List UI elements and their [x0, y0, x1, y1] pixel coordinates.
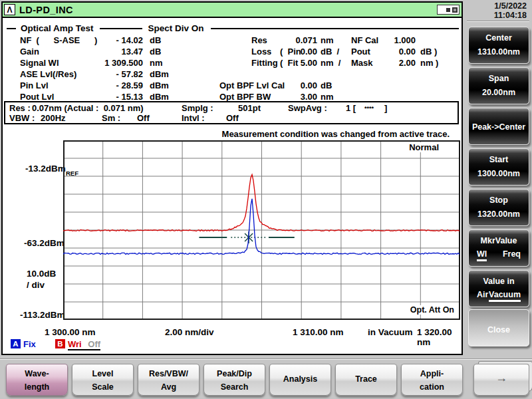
- param-label: Loss: [251, 47, 271, 57]
- softkey-label: Value in: [469, 277, 529, 286]
- param-label: Pin Lvl: [20, 80, 49, 90]
- sampling-label: Smplg :: [182, 103, 213, 113]
- header-rule-mid: [100, 28, 142, 29]
- param-unit: dB ): [420, 47, 437, 57]
- param-unit: nm: [150, 58, 163, 68]
- param-row: Signal Wl1 309.500nm: [20, 58, 219, 69]
- datetime-display: 1/5/2022 11:04:18: [467, 0, 532, 20]
- trace-a-state: Fix: [23, 339, 36, 349]
- softkey-peak-to-center[interactable]: Peak->Center: [468, 108, 529, 145]
- res-setting-label: Res :: [9, 103, 31, 113]
- app-logo-icon: Λ: [4, 4, 15, 15]
- softkey-label: Center: [469, 33, 529, 43]
- param-row: Res0.071nmNF Cal1.000: [219, 35, 460, 47]
- softkey-label: Peak->Center: [469, 122, 529, 132]
- option-vacuum[interactable]: Vacuum: [489, 290, 521, 302]
- warning-message: Measurement condition was changed from a…: [222, 129, 450, 139]
- param-label: Res: [251, 35, 267, 45]
- menu-key-peak-dip-search[interactable]: Peak/DipSearch: [203, 364, 265, 396]
- softkey-stop[interactable]: Stop1320.00nm: [468, 189, 529, 226]
- swpavg-bracket: ]: [384, 103, 387, 113]
- sidebar-divider: [467, 21, 529, 21]
- softkey-label: Start: [469, 155, 529, 164]
- param-left: NF ( S-ASE )- 14.02dBGain13.47dBSignal W…: [20, 35, 219, 103]
- param-unit: dBm: [150, 92, 169, 102]
- param-right: Res0.071nmNF Cal1.000Loss( Pin0.00dB /Po…: [219, 35, 460, 103]
- spect-div-label: Spect Div On: [148, 23, 204, 33]
- param-label: NF Cal: [351, 35, 378, 45]
- softkey-label: Close: [469, 325, 529, 334]
- softkey-mkr-value[interactable]: MkrValueWlFreq: [468, 229, 529, 267]
- softkey-value: 1300.00nm: [469, 169, 529, 178]
- swpavg-label: SwpAvg :: [288, 103, 327, 113]
- param-row: Opt BPF Lvl Cal0.00dB: [219, 80, 460, 92]
- param-value: 1 309.500: [76, 58, 143, 68]
- ref-marker-label: REF: [66, 170, 78, 177]
- trace-a-key: A: [11, 339, 21, 348]
- window-controls[interactable]: [437, 5, 460, 15]
- menu-key-application[interactable]: Appli-cation: [401, 364, 463, 396]
- x-axis-scale: 2.00 nm/div: [165, 327, 214, 337]
- softkey-options: AirVacuum: [469, 290, 529, 302]
- softkey-value: 20.00nm: [469, 88, 529, 97]
- trace-b-badge: B Wri Off: [55, 339, 100, 350]
- trace-b-extra: Off: [88, 339, 100, 349]
- param-value: - 28.59: [76, 80, 143, 90]
- param-unit: nm: [321, 92, 334, 102]
- param-value: 0.071: [283, 35, 317, 45]
- sweep-settings-box: Res : 0.07nm (Actual : 0.071 nm) Smplg :…: [4, 101, 459, 124]
- menu-key-res-vbw-avg[interactable]: Res/VBW/Avg: [138, 364, 200, 396]
- menu-key-wavelength[interactable]: Wave-length: [6, 364, 68, 396]
- menu-key-label: Wave-: [7, 369, 67, 378]
- option-freq[interactable]: Freq: [503, 249, 521, 261]
- interval-label: Intvl :: [182, 113, 205, 123]
- param-label: Mask: [351, 58, 373, 68]
- param-row: Fitting( Fit5.00nm /Mask2.00nm ): [219, 58, 460, 69]
- param-value: - 57.82: [76, 69, 143, 79]
- menu-key-more[interactable]: →: [473, 364, 529, 396]
- window-minimize-icon[interactable]: [446, 8, 450, 12]
- param-unit: dB: [321, 80, 332, 90]
- window-title: LD-PD_INC: [19, 5, 73, 15]
- menu-key-label: Peak/Dip: [204, 369, 265, 378]
- softkey-close[interactable]: Close: [468, 309, 529, 346]
- softkey-value-in[interactable]: Value inAirVacuum: [468, 270, 529, 307]
- param-value: 5.00: [283, 58, 317, 68]
- param-unit: dBm: [150, 69, 169, 79]
- menu-key-label: Level: [72, 369, 133, 378]
- menu-key-label2: length: [7, 382, 67, 392]
- param-row: ASE Lvl(/Res)- 57.82dBm: [20, 69, 219, 80]
- param-label: Pout: [351, 47, 370, 57]
- analysis-parameters: Optical Amp Test Spect Div On NF ( S-ASE…: [3, 18, 462, 101]
- option-wl[interactable]: Wl: [477, 249, 487, 261]
- x-axis-stop: 1 320.00 nm: [417, 327, 462, 347]
- softkey-center[interactable]: Center1310.00nm: [468, 27, 529, 64]
- menu-key-label2: Search: [204, 382, 265, 392]
- param-value: 2.00: [383, 58, 416, 68]
- param-unit: dB: [150, 35, 161, 45]
- softkey-label: Stop: [469, 196, 529, 205]
- menu-key-trace[interactable]: Trace: [335, 364, 397, 396]
- window-restore-icon[interactable]: [452, 7, 458, 13]
- menu-key-label2: cation: [402, 382, 462, 392]
- opt-att-status: Opt. Att On: [409, 305, 456, 315]
- param-value: - 15.13: [76, 92, 143, 102]
- trace-b-state: Wri: [68, 339, 82, 349]
- vbw-label: VBW :: [9, 113, 35, 123]
- param-unit: dBm: [150, 80, 169, 90]
- menu-key-level-scale[interactable]: LevelScale: [72, 364, 134, 396]
- menu-key-analysis[interactable]: Analysis: [269, 364, 331, 396]
- res-setting-value: 0.07nm (Actual : 0.071 nm): [32, 103, 144, 113]
- softkey-start[interactable]: Start1300.00nm: [468, 148, 529, 186]
- bottom-divider: [0, 358, 532, 359]
- option-air[interactable]: Air: [477, 290, 488, 302]
- param-value: 0.00: [283, 47, 317, 57]
- param-unit: nm /: [321, 58, 340, 68]
- header-rule-right: [211, 28, 459, 29]
- y-axis-scale-div: / div: [27, 280, 45, 290]
- menu-key-label: Analysis: [270, 374, 331, 384]
- softkey-span[interactable]: Span20.00nm: [468, 67, 529, 104]
- param-unit: nm: [321, 35, 334, 45]
- date-value: 1/5/2022: [467, 1, 527, 11]
- spectrum-plot: [63, 140, 460, 320]
